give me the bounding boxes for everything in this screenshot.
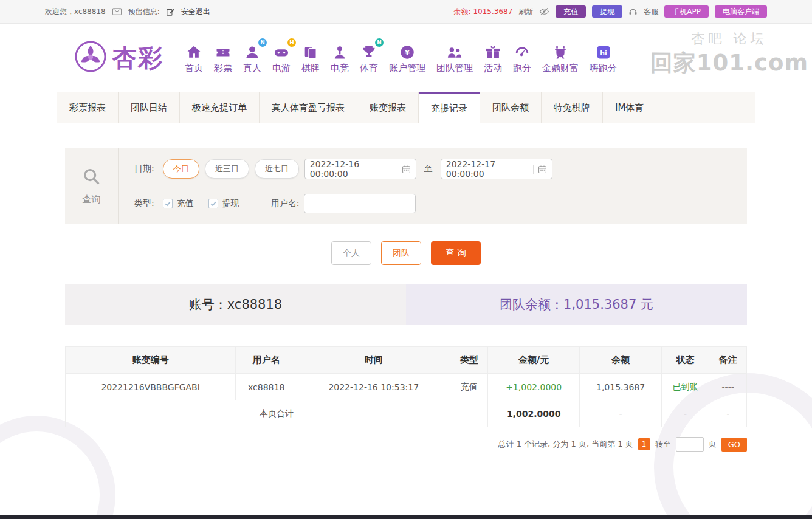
nav-item-chess[interactable]: 棋牌 xyxy=(296,41,325,74)
site-logo[interactable]: 杏彩 xyxy=(74,40,163,75)
calendar-icon[interactable] xyxy=(533,165,547,174)
nav-item-account[interactable]: ¥ 账户管理 xyxy=(384,41,431,74)
cauldron-icon xyxy=(552,41,569,61)
nav-item-esports[interactable]: 电竞 xyxy=(325,41,354,74)
nav-item-hipaofen[interactable]: hi 嗨跑分 xyxy=(584,41,622,74)
col-header-amount: 金额/元 xyxy=(488,347,580,374)
nav-item-wealth[interactable]: 金鼎财富 xyxy=(537,41,584,74)
tab-team-daily[interactable]: 团队日结 xyxy=(119,92,180,123)
refresh-link[interactable]: 刷新 xyxy=(518,7,533,17)
hot-badge: H xyxy=(287,38,296,47)
balance-text: 余额: 1015.3687 xyxy=(454,7,513,17)
edit-icon[interactable] xyxy=(167,8,174,16)
summary-amount: 1,002.0000 xyxy=(488,400,580,427)
tab-lottery-report[interactable]: 彩票报表 xyxy=(57,92,119,123)
tab-special-chess[interactable]: 特兔棋牌 xyxy=(542,92,603,123)
balance-label: 余额: xyxy=(454,7,471,16)
range-today-pill[interactable]: 今日 xyxy=(163,159,199,179)
cell-username: xc88818 xyxy=(236,374,297,400)
flower-logo-icon xyxy=(74,40,107,75)
action-buttons: 个人 团队 查 询 xyxy=(65,241,747,265)
col-header-time: 时间 xyxy=(297,347,450,374)
nav-label: 活动 xyxy=(484,63,502,74)
type-filter-row: 类型: 充值 提现 用户名: xyxy=(134,194,747,213)
range-7days-pill[interactable]: 近七日 xyxy=(255,159,299,179)
page-unit-label: 页 xyxy=(709,439,717,450)
gift-icon xyxy=(484,41,501,61)
search-side: 查询 xyxy=(65,148,119,224)
cell-time: 2022-12-16 10:53:17 xyxy=(297,374,450,400)
date-to-value: 2022-12-17 00:00:00 xyxy=(446,159,533,179)
trophy-icon: N xyxy=(360,41,377,61)
reserved-info-label: 预留信息: xyxy=(128,7,160,17)
account-number: 账号： xc88818 xyxy=(65,284,406,325)
type-label: 类型: xyxy=(134,198,154,209)
current-page-button[interactable]: 1 xyxy=(638,438,650,450)
summary-note: - xyxy=(709,400,747,427)
type-recharge-checkbox[interactable]: 充值 xyxy=(163,198,194,209)
topbar-left: 欢迎您，xc88818 预留信息: 安全退出 xyxy=(45,7,210,17)
table-row: 20221216VBBBGFGABI xc88818 2022-12-16 10… xyxy=(66,374,747,400)
nav-item-activity[interactable]: 活动 xyxy=(478,41,507,74)
calendar-icon[interactable] xyxy=(397,165,411,174)
gamepad-icon: H xyxy=(273,41,290,61)
checkbox-icon xyxy=(208,199,218,208)
tab-account-changes[interactable]: 账变报表 xyxy=(357,92,419,123)
type-withdraw-checkbox[interactable]: 提现 xyxy=(208,198,239,209)
query-button[interactable]: 查 询 xyxy=(431,241,481,265)
range-3days-pill[interactable]: 近三日 xyxy=(205,159,249,179)
nav-item-live[interactable]: N 真人 xyxy=(238,41,267,74)
nav-label: 金鼎财富 xyxy=(542,63,579,74)
date-from-value: 2022-12-16 00:00:00 xyxy=(310,159,397,179)
goto-page-input[interactable] xyxy=(676,437,704,452)
checkbox-icon xyxy=(163,199,173,208)
withdraw-button[interactable]: 提现 xyxy=(592,5,622,18)
col-header-status: 状态 xyxy=(661,347,709,374)
nav-item-paofen[interactable]: 跑分 xyxy=(507,41,537,74)
search-side-label: 查询 xyxy=(83,194,101,205)
nav-item-team[interactable]: 团队管理 xyxy=(431,41,478,74)
nav-item-sports[interactable]: N 体育 xyxy=(354,41,384,74)
pc-client-button[interactable]: 电脑客户端 xyxy=(715,5,767,18)
table-summary-row: 本页合计 1,002.0000 - - - xyxy=(66,400,747,427)
nav-label: 跑分 xyxy=(513,63,531,74)
speedometer-icon xyxy=(514,41,531,61)
date-from-input[interactable]: 2022-12-16 00:00:00 xyxy=(304,159,416,179)
cell-record-id: 20221216VBBBGFGABI xyxy=(66,374,236,400)
mobile-app-button[interactable]: 手机APP xyxy=(664,5,709,18)
search-form: 日期: 今日 近三日 近七日 2022-12-16 00:00:00 至 202… xyxy=(119,148,747,224)
go-button[interactable]: GO xyxy=(721,438,747,452)
type-option-label: 提现 xyxy=(222,198,239,209)
records-table: 账变编号 用户名 时间 类型 金额/元 余额 状态 备注 20221216VBB… xyxy=(65,346,747,427)
nav-item-egames[interactable]: H 电游 xyxy=(267,41,296,74)
svg-text:hi: hi xyxy=(600,49,607,57)
nav-label: 彩票 xyxy=(214,63,232,74)
main-container: 彩票报表 团队日结 极速充提订单 真人体育盈亏报表 账变报表 充提记录 团队余额… xyxy=(57,92,755,452)
search-panel: 查询 日期: 今日 近三日 近七日 2022-12-16 00:00:00 至 xyxy=(65,148,747,224)
eye-off-icon[interactable] xyxy=(539,7,549,16)
cell-amount: +1,002.0000 xyxy=(488,374,580,400)
username-label: 用户名: xyxy=(271,198,300,209)
date-to-input[interactable]: 2022-12-17 00:00:00 xyxy=(441,159,552,179)
username-input[interactable] xyxy=(304,194,416,213)
envelope-icon[interactable] xyxy=(112,8,122,15)
tab-quick-orders[interactable]: 极速充提订单 xyxy=(180,92,260,123)
team-balance: 团队余额： 1,015.3687 元 xyxy=(406,284,747,325)
account-label: 账号： xyxy=(189,296,227,313)
type-option-label: 充值 xyxy=(177,198,194,209)
team-button[interactable]: 团队 xyxy=(381,241,421,265)
main-nav: 首页 彩票 N 真人 H 电游 xyxy=(179,41,622,74)
service-link[interactable]: 客服 xyxy=(644,7,658,17)
cell-type: 充值 xyxy=(450,374,488,400)
nav-item-home[interactable]: 首页 xyxy=(179,41,208,74)
recharge-button[interactable]: 充值 xyxy=(556,5,586,18)
tab-deposit-withdraw-records[interactable]: 充提记录 xyxy=(419,92,480,123)
search-icon xyxy=(81,167,102,190)
logout-link[interactable]: 安全退出 xyxy=(181,7,210,17)
account-summary-band: 账号： xc88818 团队余额： 1,015.3687 元 xyxy=(65,284,747,325)
tab-team-balance[interactable]: 团队余额 xyxy=(480,92,542,123)
nav-item-lottery[interactable]: 彩票 xyxy=(208,41,238,74)
tab-live-sports-pl[interactable]: 真人体育盈亏报表 xyxy=(260,92,357,123)
personal-button[interactable]: 个人 xyxy=(331,241,371,265)
tab-im-sports[interactable]: IM体育 xyxy=(603,92,656,123)
